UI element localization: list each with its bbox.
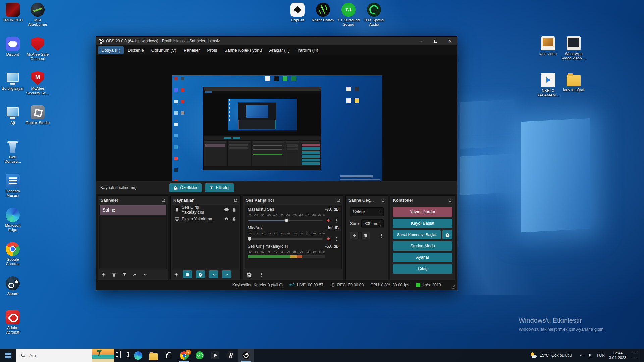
- start-recording-button[interactable]: Kaydı Başlat: [393, 219, 452, 228]
- taskbar-obs[interactable]: [238, 349, 254, 362]
- tray-mic-icon[interactable]: [588, 353, 592, 358]
- popout-icon[interactable]: [234, 198, 238, 202]
- settings-button[interactable]: Ayarlar: [393, 253, 452, 262]
- add-source-icon[interactable]: [174, 272, 179, 277]
- menu-edit[interactable]: Düzenle: [124, 46, 147, 54]
- remove-source-button[interactable]: [183, 270, 192, 278]
- remove-scene-icon[interactable]: [112, 272, 116, 277]
- stop-streaming-button[interactable]: Yayını Durdur: [393, 207, 452, 217]
- taskbar-audio-app[interactable]: [192, 349, 207, 362]
- maximize-button[interactable]: [429, 37, 443, 45]
- preview-area[interactable]: [96, 55, 457, 181]
- desktop-icon-network[interactable]: Ağ: [1, 105, 25, 125]
- menu-tools[interactable]: Araçlar (T): [266, 46, 293, 54]
- desktop-icon-this-pc[interactable]: Bu bilgisayar: [1, 71, 25, 91]
- properties-button[interactable]: Özellikler: [169, 183, 202, 192]
- minimize-button[interactable]: [415, 37, 429, 45]
- obs-titlebar[interactable]: OBS 29.0.0 (64-bit, windows) - Profil: İ…: [96, 37, 457, 45]
- show-desktop-button[interactable]: [641, 349, 643, 362]
- menu-file[interactable]: Dosya (F): [98, 46, 124, 54]
- desktop-icon-msi-afterburner[interactable]: MSI Afterburner: [25, 3, 50, 27]
- mute-speaker-icon[interactable]: [326, 218, 331, 223]
- desktop-icon-recycle-bin[interactable]: Geri Dönüşü...: [1, 139, 25, 164]
- menu-help[interactable]: Yardım (H): [294, 46, 322, 54]
- move-source-down-button[interactable]: [222, 270, 231, 278]
- desktop-icon-razer-cortex[interactable]: Razer Cortex: [311, 3, 335, 22]
- desktop-icon-tron-pch[interactable]: TRON PCH: [1, 3, 25, 22]
- desktop-icon-chrome[interactable]: Google Chrome: [1, 242, 25, 266]
- desktop-icon-thx-spatial[interactable]: THX Spatial Audio: [362, 3, 386, 27]
- desktop-icon-edge[interactable]: Microsoft Edge: [1, 208, 25, 232]
- source-properties-button[interactable]: [196, 270, 205, 278]
- taskbar-app-dark-2[interactable]: [223, 349, 238, 362]
- exit-button[interactable]: Çıkış: [393, 264, 452, 274]
- menu-view[interactable]: Görünüm (V): [148, 46, 180, 54]
- visibility-eye-icon[interactable]: [224, 207, 229, 212]
- taskbar-edge[interactable]: [130, 349, 146, 362]
- taskbar-file-explorer[interactable]: [146, 349, 161, 362]
- add-transition-button[interactable]: [350, 232, 359, 239]
- studio-mode-button[interactable]: Stüdyo Modu: [393, 241, 452, 251]
- action-center-icon[interactable]: [631, 353, 636, 358]
- taskbar-app-dark[interactable]: [207, 349, 223, 362]
- menu-profile[interactable]: Profil: [204, 46, 221, 54]
- desktop-icon-nkbi-file[interactable]: NKBİ X YAPAMAM...: [536, 73, 560, 97]
- search-input[interactable]: [29, 353, 76, 358]
- start-virtual-camera-button[interactable]: Sanal Kamerayı Başlat: [393, 230, 441, 239]
- popout-icon[interactable]: [448, 198, 452, 202]
- desktop-icon-mcafee-safe-connect[interactable]: McAfee Safe Connect: [25, 37, 50, 61]
- source-list-item[interactable]: Ekran Yakalama: [172, 214, 239, 223]
- visibility-eye-icon[interactable]: [224, 216, 229, 221]
- virtual-camera-settings-button[interactable]: [442, 230, 452, 239]
- desktop-icon-steam[interactable]: Steam: [1, 276, 25, 296]
- language-indicator[interactable]: TUR: [596, 353, 605, 358]
- transition-select[interactable]: Soldur: [350, 207, 384, 216]
- menu-docks[interactable]: Paneller: [180, 46, 203, 54]
- taskbar-search[interactable]: [16, 349, 114, 362]
- desktop-icon-acrobat[interactable]: Adobe Acrobat: [1, 310, 25, 335]
- desktop-icon-discord[interactable]: Discord: [1, 37, 25, 57]
- desktop-icon-mcafee-security[interactable]: McAfee Security Sc...: [25, 71, 50, 95]
- task-view-button[interactable]: [115, 349, 130, 362]
- taskbar-clock[interactable]: 12:44 3.04.2023: [609, 351, 626, 360]
- popout-icon[interactable]: [336, 198, 340, 202]
- advanced-audio-gear-icon[interactable]: [247, 272, 252, 277]
- add-scene-icon[interactable]: [101, 272, 106, 277]
- resize-grip[interactable]: [451, 285, 456, 289]
- scene-filters-icon[interactable]: [122, 272, 127, 277]
- scene-list-item[interactable]: Sahne: [100, 205, 166, 215]
- popout-icon[interactable]: [161, 198, 165, 202]
- start-button[interactable]: [0, 349, 16, 362]
- remove-transition-button[interactable]: [361, 232, 370, 239]
- close-button[interactable]: [443, 37, 457, 45]
- popout-icon[interactable]: [381, 198, 385, 202]
- mixer-menu-dots-icon[interactable]: [259, 272, 264, 277]
- move-source-up-button[interactable]: [209, 270, 218, 278]
- volume-slider[interactable]: [248, 220, 323, 221]
- search-highlight-image[interactable]: [92, 349, 114, 362]
- desktop-icon-whatsapp-video[interactable]: WhatsApp Video 2023-...: [561, 36, 586, 60]
- desktop-icon-roblox-studio[interactable]: Roblox Studio: [25, 105, 50, 125]
- source-list-item[interactable]: Ses Giriş Yakalayıcısı: [172, 205, 239, 214]
- tray-expand-chevron-icon[interactable]: [579, 353, 583, 357]
- menu-scene-collection[interactable]: Sahne Koleksiyonu: [221, 46, 265, 54]
- taskbar-microsoft-store[interactable]: [161, 349, 176, 362]
- channel-menu-dots-icon[interactable]: [334, 218, 339, 223]
- filters-button[interactable]: Filtreler: [205, 183, 234, 192]
- move-scene-down-icon[interactable]: [143, 272, 148, 277]
- move-scene-up-icon[interactable]: [132, 272, 137, 277]
- desktop-icon-control-panel[interactable]: Denetim Masası: [1, 174, 25, 198]
- volume-slider[interactable]: [248, 238, 323, 240]
- taskbar-chrome[interactable]: 2: [176, 349, 192, 362]
- desktop-icon-laris-video[interactable]: laris video: [536, 36, 560, 56]
- lock-icon[interactable]: [232, 217, 236, 221]
- transition-menu-dots-icon[interactable]: [379, 233, 384, 238]
- desktop-icon-laris-fotograf[interactable]: laris fotoğraf: [561, 73, 586, 92]
- lock-icon[interactable]: [232, 207, 236, 212]
- mute-speaker-icon[interactable]: [326, 236, 331, 241]
- duration-spinbox[interactable]: 300 ms: [361, 219, 384, 228]
- channel-menu-dots-icon[interactable]: [334, 237, 339, 241]
- weather-widget[interactable]: 15°C Çok bulutlu: [527, 352, 575, 359]
- desktop-icon-71-surround[interactable]: 7.1 Surround Sound: [336, 3, 361, 27]
- desktop-icon-capcut[interactable]: CapCut: [285, 3, 310, 22]
